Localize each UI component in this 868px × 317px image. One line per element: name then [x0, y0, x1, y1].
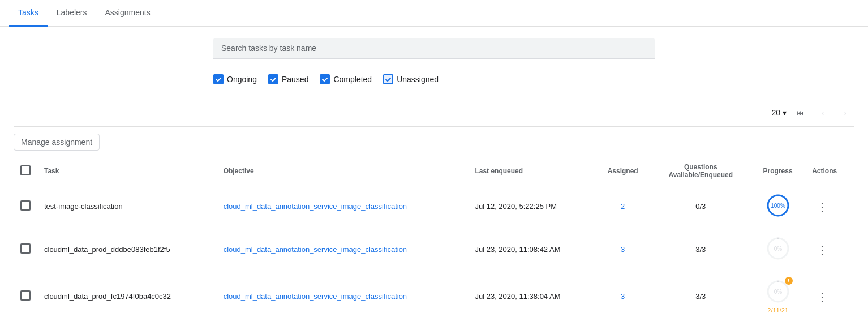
table-row: test-image-classificationcloud_ml_data_a… [14, 185, 854, 228]
table-row: cloudml_data_prod_fc1974f0ba4c0c32cloud_… [14, 271, 854, 318]
col-last-enqueued: Last enqueued [468, 157, 594, 185]
cell-actions[interactable]: ⋮ [805, 271, 854, 318]
checkbox-paused[interactable] [268, 74, 278, 84]
actions-menu-button[interactable]: ⋮ [812, 198, 832, 216]
svg-text:0%: 0% [774, 246, 782, 252]
row-checkbox-0[interactable] [20, 200, 31, 211]
next-page-button[interactable]: › [836, 104, 854, 122]
manage-assignment-button[interactable]: Manage assignment [14, 134, 100, 151]
objective-link[interactable]: cloud_ml_data_annotation_service_image_c… [224, 292, 407, 301]
progress-sub-text: 2/11/21 [767, 307, 788, 314]
main-content: Ongoing Paused Completed [0, 27, 868, 317]
filter-paused-label: Paused [282, 75, 308, 84]
progress-svg: 0% [766, 236, 790, 261]
progress-wrapper: ! 0% [766, 279, 790, 306]
tab-assignments[interactable]: Assignments [96, 0, 160, 27]
table-row: cloudml_data_prod_dddbe083feb1f2f5cloud_… [14, 228, 854, 271]
filter-completed[interactable]: Completed [320, 74, 372, 84]
pagination-row: 20 ▾ ⏮ ‹ › [14, 99, 854, 127]
col-checkbox [14, 157, 37, 185]
cell-task: cloudml_data_prod_fc1974f0ba4c0c32 [37, 271, 217, 318]
cell-objective[interactable]: cloud_ml_data_annotation_service_image_c… [217, 271, 469, 318]
checkbox-completed[interactable] [320, 74, 330, 84]
col-qa: QuestionsAvailable/Enqueued [651, 157, 750, 185]
first-page-button[interactable]: ⏮ [791, 104, 809, 122]
objective-link[interactable]: cloud_ml_data_annotation_service_image_c… [224, 202, 407, 211]
select-all-checkbox[interactable] [20, 165, 31, 175]
cell-progress: 100% [750, 185, 805, 228]
filter-ongoing-label: Ongoing [227, 75, 257, 84]
row-checkbox-2[interactable] [20, 290, 31, 301]
table-header-row: Task Objective Last enqueued Assigned Qu… [14, 157, 854, 185]
progress-svg: 100% [766, 193, 790, 218]
checkbox-unassigned[interactable] [383, 74, 393, 84]
progress-wrapper: 100% [766, 193, 790, 220]
svg-text:100%: 100% [771, 203, 785, 209]
col-progress: Progress [750, 157, 805, 185]
objective-link[interactable]: cloud_ml_data_annotation_service_image_c… [224, 245, 407, 254]
cell-progress: 0% [750, 228, 805, 271]
filter-unassigned[interactable]: Unassigned [383, 74, 439, 84]
cell-objective[interactable]: cloud_ml_data_annotation_service_image_c… [217, 228, 469, 271]
cell-actions[interactable]: ⋮ [805, 185, 854, 228]
filter-ongoing[interactable]: Ongoing [213, 74, 257, 84]
cell-actions[interactable]: ⋮ [805, 228, 854, 271]
search-input[interactable] [213, 38, 655, 59]
cell-qa-enqueued: 0/3 [651, 185, 750, 228]
svg-text:0%: 0% [774, 289, 782, 295]
row-checkbox-1[interactable] [20, 243, 31, 254]
actions-menu-button[interactable]: ⋮ [812, 241, 832, 259]
cell-objective[interactable]: cloud_ml_data_annotation_service_image_c… [217, 185, 469, 228]
prev-page-button[interactable]: ‹ [814, 104, 832, 122]
filter-paused[interactable]: Paused [268, 74, 308, 84]
filter-unassigned-label: Unassigned [397, 75, 439, 84]
cell-qa-enqueued: 3/3 [651, 271, 750, 318]
per-page-number: 20 [771, 108, 780, 117]
progress-wrapper: 0% [766, 236, 790, 263]
col-assigned: Assigned [595, 157, 651, 185]
cell-assigned[interactable]: 3 [595, 271, 651, 318]
tasks-table: Task Objective Last enqueued Assigned Qu… [14, 157, 854, 317]
tab-tasks[interactable]: Tasks [9, 0, 48, 27]
tab-labelers[interactable]: Labelers [48, 0, 96, 27]
cell-last-enqueued: Jul 12, 2020, 5:22:25 PM [468, 185, 594, 228]
cell-assigned[interactable]: 2 [595, 185, 651, 228]
tabs-bar: Tasks Labelers Assignments [0, 0, 868, 27]
cell-qa-enqueued: 3/3 [651, 228, 750, 271]
filters-row: Ongoing Paused Completed [213, 68, 655, 90]
warning-icon: ! [785, 277, 793, 285]
per-page-selector[interactable]: 20 ▾ [771, 108, 787, 117]
search-container [213, 38, 655, 59]
cell-assigned[interactable]: 3 [595, 228, 651, 271]
col-actions: Actions [805, 157, 854, 185]
cell-task: cloudml_data_prod_dddbe083feb1f2f5 [37, 228, 217, 271]
per-page-dropdown-icon[interactable]: ▾ [783, 108, 787, 117]
cell-last-enqueued: Jul 23, 2020, 11:08:42 AM [468, 228, 594, 271]
col-objective: Objective [217, 157, 469, 185]
checkbox-ongoing[interactable] [213, 74, 224, 84]
col-task: Task [37, 157, 217, 185]
cell-task: test-image-classification [37, 185, 217, 228]
filter-completed-label: Completed [333, 75, 372, 84]
cell-last-enqueued: Jul 23, 2020, 11:38:04 AM [468, 271, 594, 318]
actions-menu-button[interactable]: ⋮ [812, 288, 832, 306]
cell-progress: ! 0% 2/11/21 [750, 271, 805, 318]
